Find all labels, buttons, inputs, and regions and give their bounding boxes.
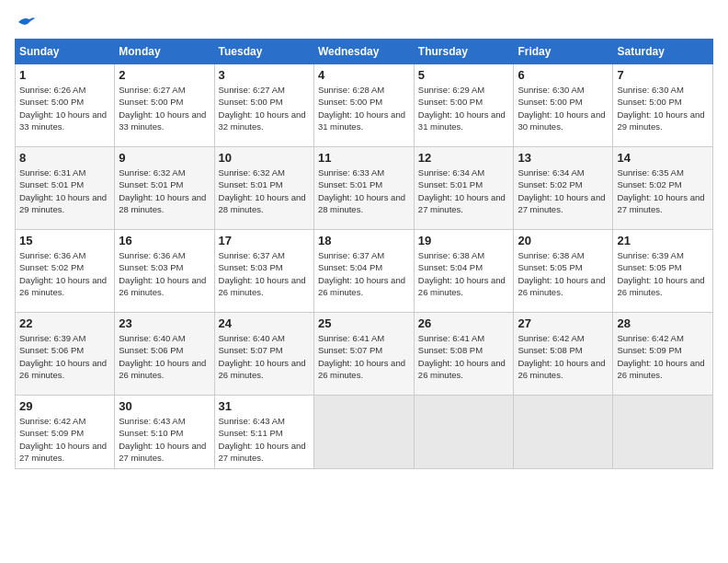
calendar-cell: 21Sunrise: 6:39 AMSunset: 5:05 PMDayligh… [613,230,713,313]
day-info: Sunrise: 6:31 AMSunset: 5:01 PMDaylight:… [19,167,110,215]
calendar-cell [613,396,713,469]
day-info: Sunrise: 6:38 AMSunset: 5:04 PMDaylight:… [418,249,510,298]
week-row-5: 29Sunrise: 6:42 AMSunset: 5:09 PMDayligh… [16,396,713,469]
column-header-friday: Friday [514,40,613,64]
calendar-cell: 15Sunrise: 6:36 AMSunset: 5:02 PMDayligh… [16,230,115,313]
column-header-tuesday: Tuesday [214,40,313,64]
day-info: Sunrise: 6:40 AMSunset: 5:07 PMDaylight:… [219,332,310,381]
day-info: Sunrise: 6:30 AMSunset: 5:00 PMDaylight:… [518,84,609,132]
calendar-cell [514,396,613,469]
calendar-cell: 11Sunrise: 6:33 AMSunset: 5:01 PMDayligh… [313,147,414,230]
day-info: Sunrise: 6:32 AMSunset: 5:01 PMDaylight:… [119,167,210,215]
day-info: Sunrise: 6:34 AMSunset: 5:02 PMDaylight:… [518,167,609,215]
day-info: Sunrise: 6:42 AMSunset: 5:09 PMDaylight:… [617,332,709,381]
day-info: Sunrise: 6:43 AMSunset: 5:11 PMDaylight:… [219,415,310,464]
day-info: Sunrise: 6:42 AMSunset: 5:08 PMDaylight:… [518,332,609,381]
calendar-cell: 17Sunrise: 6:37 AMSunset: 5:03 PMDayligh… [214,230,313,313]
calendar-cell: 18Sunrise: 6:37 AMSunset: 5:04 PMDayligh… [313,230,414,313]
column-header-monday: Monday [115,40,214,64]
day-info: Sunrise: 6:41 AMSunset: 5:08 PMDaylight:… [418,332,510,381]
calendar-cell: 13Sunrise: 6:34 AMSunset: 5:02 PMDayligh… [514,147,613,230]
day-number: 8 [19,151,110,165]
day-info: Sunrise: 6:29 AMSunset: 5:00 PMDaylight:… [418,84,510,132]
column-header-saturday: Saturday [613,40,713,64]
day-info: Sunrise: 6:34 AMSunset: 5:01 PMDaylight:… [418,167,510,215]
day-info: Sunrise: 6:42 AMSunset: 5:09 PMDaylight:… [19,415,110,464]
week-row-4: 22Sunrise: 6:39 AMSunset: 5:06 PMDayligh… [16,313,713,396]
calendar-cell: 27Sunrise: 6:42 AMSunset: 5:08 PMDayligh… [514,313,613,396]
day-number: 22 [19,316,110,330]
header-row: SundayMondayTuesdayWednesdayThursdayFrid… [16,40,713,64]
week-row-3: 15Sunrise: 6:36 AMSunset: 5:02 PMDayligh… [16,230,713,313]
calendar-cell [313,396,414,469]
day-info: Sunrise: 6:36 AMSunset: 5:03 PMDaylight:… [119,249,210,298]
day-info: Sunrise: 6:28 AMSunset: 5:00 PMDaylight:… [318,84,410,132]
day-info: Sunrise: 6:40 AMSunset: 5:06 PMDaylight:… [119,332,210,381]
calendar-cell: 12Sunrise: 6:34 AMSunset: 5:01 PMDayligh… [414,147,514,230]
calendar-cell: 8Sunrise: 6:31 AMSunset: 5:01 PMDaylight… [16,147,115,230]
day-number: 17 [219,234,310,247]
day-number: 25 [318,316,410,330]
day-number: 11 [318,151,410,165]
day-number: 19 [418,234,510,247]
calendar-cell: 20Sunrise: 6:38 AMSunset: 5:05 PMDayligh… [514,230,613,313]
calendar-cell: 31Sunrise: 6:43 AMSunset: 5:11 PMDayligh… [214,396,313,469]
day-number: 13 [518,151,609,165]
day-info: Sunrise: 6:37 AMSunset: 5:03 PMDaylight:… [219,249,310,298]
day-number: 27 [518,316,609,330]
calendar-cell: 4Sunrise: 6:28 AMSunset: 5:00 PMDaylight… [313,64,414,147]
day-number: 29 [19,399,110,413]
day-info: Sunrise: 6:35 AMSunset: 5:02 PMDaylight:… [617,167,709,215]
day-number: 16 [119,234,210,247]
day-info: Sunrise: 6:26 AMSunset: 5:00 PMDaylight:… [19,84,110,132]
week-row-2: 8Sunrise: 6:31 AMSunset: 5:01 PMDaylight… [16,147,713,230]
day-info: Sunrise: 6:27 AMSunset: 5:00 PMDaylight:… [119,84,210,132]
day-number: 26 [418,316,510,330]
day-number: 6 [518,68,609,82]
day-number: 1 [19,68,110,82]
day-number: 31 [219,399,310,413]
calendar-cell: 6Sunrise: 6:30 AMSunset: 5:00 PMDaylight… [514,64,613,147]
day-number: 3 [219,68,310,82]
day-number: 20 [518,234,609,247]
day-number: 28 [617,316,709,330]
calendar-cell: 28Sunrise: 6:42 AMSunset: 5:09 PMDayligh… [613,313,713,396]
day-info: Sunrise: 6:32 AMSunset: 5:01 PMDaylight:… [219,167,310,215]
day-number: 18 [318,234,410,247]
day-number: 5 [418,68,510,82]
calendar-cell: 23Sunrise: 6:40 AMSunset: 5:06 PMDayligh… [115,313,214,396]
calendar-cell: 3Sunrise: 6:27 AMSunset: 5:00 PMDaylight… [214,64,313,147]
day-number: 21 [617,234,709,247]
day-info: Sunrise: 6:27 AMSunset: 5:00 PMDaylight:… [219,84,310,132]
day-number: 23 [119,316,210,330]
day-info: Sunrise: 6:39 AMSunset: 5:06 PMDaylight:… [19,332,110,381]
calendar-cell: 16Sunrise: 6:36 AMSunset: 5:03 PMDayligh… [115,230,214,313]
calendar-cell: 30Sunrise: 6:43 AMSunset: 5:10 PMDayligh… [115,396,214,469]
calendar-cell: 14Sunrise: 6:35 AMSunset: 5:02 PMDayligh… [613,147,713,230]
day-info: Sunrise: 6:33 AMSunset: 5:01 PMDaylight:… [318,167,410,215]
calendar-cell: 22Sunrise: 6:39 AMSunset: 5:06 PMDayligh… [16,313,115,396]
calendar-cell: 1Sunrise: 6:26 AMSunset: 5:00 PMDaylight… [16,64,115,147]
day-number: 14 [617,151,709,165]
logo-bird-icon [17,15,35,29]
day-info: Sunrise: 6:43 AMSunset: 5:10 PMDaylight:… [119,415,210,464]
page-header [15,15,713,29]
day-number: 30 [119,399,210,413]
calendar-cell: 10Sunrise: 6:32 AMSunset: 5:01 PMDayligh… [214,147,313,230]
day-info: Sunrise: 6:30 AMSunset: 5:00 PMDaylight:… [617,84,709,132]
calendar-cell [414,396,514,469]
calendar-cell: 24Sunrise: 6:40 AMSunset: 5:07 PMDayligh… [214,313,313,396]
day-number: 4 [318,68,410,82]
day-info: Sunrise: 6:39 AMSunset: 5:05 PMDaylight:… [617,249,709,298]
week-row-1: 1Sunrise: 6:26 AMSunset: 5:00 PMDaylight… [16,64,713,147]
calendar-cell: 25Sunrise: 6:41 AMSunset: 5:07 PMDayligh… [313,313,414,396]
day-number: 2 [119,68,210,82]
day-number: 10 [219,151,310,165]
column-header-sunday: Sunday [16,40,115,64]
day-number: 24 [219,316,310,330]
day-number: 15 [19,234,110,247]
day-number: 9 [119,151,210,165]
column-header-wednesday: Wednesday [313,40,414,64]
day-info: Sunrise: 6:38 AMSunset: 5:05 PMDaylight:… [518,249,609,298]
day-info: Sunrise: 6:36 AMSunset: 5:02 PMDaylight:… [19,249,110,298]
